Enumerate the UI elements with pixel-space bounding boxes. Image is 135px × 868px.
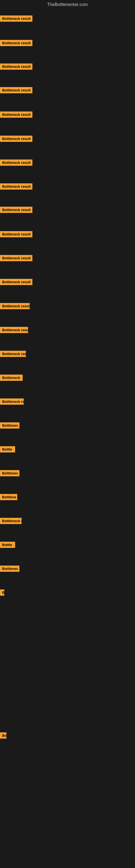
bottleneck-result-item[interactable]: Bottleneck result xyxy=(0,279,32,285)
bottleneck-result-item[interactable]: Bottle xyxy=(0,542,15,548)
bottleneck-result-item[interactable]: Bottleneck result xyxy=(0,40,32,46)
bottleneck-result-item[interactable]: Bottleneck xyxy=(0,375,23,381)
bottleneck-result-item[interactable]: Bottleneck result xyxy=(0,327,28,333)
bottleneck-result-item[interactable]: Bottleneck result xyxy=(0,183,32,190)
bottleneck-result-item[interactable]: Bottleneck res xyxy=(0,399,24,405)
bottleneck-result-item[interactable]: Bottleneck result xyxy=(0,112,32,118)
bottleneck-result-item[interactable]: Bottleneck result xyxy=(0,231,32,237)
bottleneck-result-item[interactable]: Bottleneck result xyxy=(0,87,32,93)
bottleneck-result-item[interactable]: Bottle xyxy=(0,446,15,453)
bottleneck-result-item[interactable]: Bo xyxy=(0,733,6,739)
bottleneck-result-item[interactable]: Bottleneck result xyxy=(0,159,32,166)
bottleneck-result-item[interactable]: Bottleneck result xyxy=(0,303,30,309)
bottleneck-result-item[interactable]: B xyxy=(0,589,4,596)
bottleneck-result-item[interactable]: Bottleneck result xyxy=(0,207,32,213)
bottleneck-result-item[interactable]: Bottlenec xyxy=(0,422,19,429)
bottleneck-result-item[interactable]: Bottleneck r xyxy=(0,518,21,524)
bottleneck-result-item[interactable]: Bottlenec xyxy=(0,470,19,476)
bottleneck-result-item[interactable]: Bottlenec xyxy=(0,565,19,572)
bottleneck-result-item[interactable]: Bottleneck result xyxy=(0,16,32,22)
bottleneck-result-item[interactable]: Bottleneck resu xyxy=(0,351,26,357)
bottleneck-result-item[interactable]: Bottleneck result xyxy=(0,255,32,261)
bottleneck-result-item[interactable]: Bottleneck result xyxy=(0,63,32,70)
bottleneck-result-item[interactable]: Bottlene xyxy=(0,494,17,500)
bottleneck-result-item[interactable]: Bottleneck result xyxy=(0,135,32,142)
site-title: TheBottlenecker.com xyxy=(0,0,135,8)
